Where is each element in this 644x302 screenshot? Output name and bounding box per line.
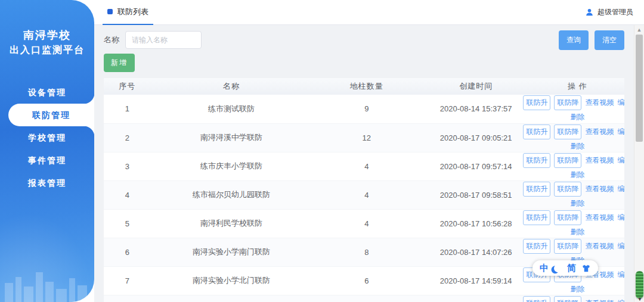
- app-title-line2: 出入口监测平台: [0, 43, 94, 57]
- main-area: 联防列表 超级管理员 名称 查询 清空 新增: [94, 0, 644, 302]
- view-video-link[interactable]: 查看视频: [585, 213, 614, 223]
- sidebar-item-report[interactable]: 报表管理: [0, 172, 94, 194]
- name-field-label: 名称: [104, 35, 119, 45]
- cell-created: 2020-08-17 14:07:26: [422, 238, 531, 266]
- view-video-link[interactable]: 查看视频: [585, 127, 614, 137]
- table-row: 5南浔利民学校联防42020-08-17 10:56:28联防升联防降查看视频编…: [104, 209, 624, 238]
- search-toolbar: 名称 查询 清空: [104, 31, 624, 49]
- edit-link[interactable]: 编辑: [617, 98, 624, 108]
- ime-moon-icon[interactable]: [554, 264, 562, 272]
- view-video-link[interactable]: 查看视频: [585, 241, 614, 251]
- raise-defense-button[interactable]: 联防升: [523, 95, 550, 110]
- cell-actions: 联防升联防降查看视频编辑删除: [531, 95, 624, 123]
- raise-defense-button[interactable]: 联防升: [523, 153, 550, 168]
- app-title: 南浔学校 出入口监测平台: [0, 27, 94, 57]
- cell-created: 2020-08-17 10:56:28: [422, 209, 531, 238]
- name-search-input[interactable]: [125, 31, 202, 49]
- vertical-scrollbar[interactable]: ▲ ▼: [634, 25, 644, 302]
- user-icon: [585, 8, 594, 17]
- cell-pillars: 12: [312, 123, 421, 152]
- scrollbar-bottom-widget[interactable]: [636, 271, 643, 298]
- ime-toolbar[interactable]: 中 简: [532, 260, 598, 276]
- cell-pillars: 9: [312, 95, 421, 123]
- column-header: 创建时间: [422, 78, 531, 95]
- cell-actions: 联防升联防降查看视频编辑删除: [531, 180, 624, 209]
- delete-link[interactable]: 删除: [570, 170, 584, 180]
- cell-name: 练市福尔贝幼儿园联防: [151, 180, 312, 209]
- ime-language-toggle[interactable]: 中: [540, 263, 549, 274]
- table-row: 1练市测试联防92020-08-14 15:37:57联防升联防降查看视频编辑删…: [104, 95, 624, 123]
- cell-created: 2020-08-17 09:05:21: [422, 123, 531, 152]
- cell-name: 南浔浔溪中学联防: [151, 123, 312, 152]
- lower-defense-button[interactable]: 联防降: [554, 124, 581, 139]
- lower-defense-button[interactable]: 联防降: [554, 210, 581, 225]
- table-row: 3练市庆丰小学联防42020-08-17 09:57:14联防升联防降查看视频编…: [104, 152, 624, 180]
- scrollbar-down-arrow[interactable]: ▼: [635, 296, 644, 302]
- lower-defense-button[interactable]: 联防降: [554, 153, 581, 168]
- search-button[interactable]: 查询: [559, 30, 589, 50]
- edit-link[interactable]: 编辑: [617, 155, 624, 166]
- raise-defense-button[interactable]: 联防升: [523, 239, 550, 254]
- ime-simplified-toggle[interactable]: 简: [567, 263, 576, 274]
- view-video-link[interactable]: 查看视频: [585, 184, 614, 194]
- cell-created: 2020-08-17 15:09:54: [422, 295, 531, 302]
- tab-label: 联防列表: [117, 7, 148, 17]
- edit-link[interactable]: 编辑: [617, 298, 624, 302]
- column-header: 操 作: [531, 78, 624, 95]
- delete-link[interactable]: 删除: [570, 284, 584, 294]
- cell-pillars: 4: [312, 209, 421, 238]
- user-name: 超级管理员: [597, 7, 633, 17]
- cell-index: 8: [104, 295, 151, 302]
- cell-pillars: 8: [312, 238, 421, 266]
- sidebar-menu: 设备管理联防管理学校管理事件管理报表管理: [0, 81, 94, 194]
- sidebar-item-school[interactable]: 学校管理: [0, 126, 94, 149]
- raise-defense-button[interactable]: 联防升: [523, 124, 550, 139]
- raise-defense-button[interactable]: 联防升: [523, 296, 550, 302]
- cell-name: 南浔实验小学南门联防: [151, 238, 312, 266]
- lower-defense-button[interactable]: 联防降: [554, 95, 581, 110]
- add-button[interactable]: 新增: [104, 54, 135, 72]
- lower-defense-button[interactable]: 联防降: [554, 239, 581, 254]
- sidebar-item-device[interactable]: 设备管理: [0, 81, 94, 104]
- cell-index: 5: [104, 209, 151, 238]
- clear-button[interactable]: 清空: [595, 30, 624, 50]
- table-header-row: 序号名称地柱数量创建时间操 作: [104, 78, 624, 95]
- cell-pillars: 6: [312, 266, 421, 295]
- sidebar: 南浔学校 出入口监测平台 设备管理联防管理学校管理事件管理报表管理: [0, 0, 94, 302]
- lower-defense-button[interactable]: 联防降: [554, 182, 581, 197]
- sidebar-item-joint-defense[interactable]: 联防管理: [8, 104, 94, 126]
- edit-link[interactable]: 编辑: [617, 213, 624, 223]
- delete-link[interactable]: 删除: [570, 112, 584, 122]
- column-header: 地柱数量: [312, 78, 421, 95]
- delete-link[interactable]: 删除: [570, 141, 584, 151]
- view-video-link[interactable]: 查看视频: [585, 155, 614, 166]
- ime-skin-icon[interactable]: [581, 264, 591, 272]
- edit-link[interactable]: 编辑: [617, 127, 624, 137]
- tab-bullet-icon: [107, 9, 113, 14]
- delete-link[interactable]: 删除: [570, 198, 584, 208]
- cell-actions: 联防升联防降查看视频编辑删除: [531, 152, 624, 180]
- column-header: 序号: [104, 78, 151, 95]
- cell-index: 7: [104, 266, 151, 295]
- edit-link[interactable]: 编辑: [617, 241, 624, 251]
- table-header: 序号名称地柱数量创建时间操 作: [104, 78, 624, 95]
- raise-defense-button[interactable]: 联防升: [523, 210, 550, 225]
- delete-link[interactable]: 删除: [570, 227, 584, 237]
- tab-joint-defense-list[interactable]: 联防列表: [103, 0, 153, 25]
- edit-link[interactable]: 编辑: [617, 184, 624, 194]
- cell-created: 2020-08-14 15:37:57: [422, 95, 531, 123]
- cell-index: 4: [104, 180, 151, 209]
- cell-name: 练市测试联防: [151, 95, 312, 123]
- view-video-link[interactable]: 查看视频: [585, 98, 614, 108]
- cell-index: 3: [104, 152, 151, 180]
- lower-defense-button[interactable]: 联防降: [554, 296, 581, 302]
- raise-defense-button[interactable]: 联防升: [523, 182, 550, 197]
- view-video-link[interactable]: 查看视频: [585, 298, 614, 302]
- scrollbar-up-arrow[interactable]: ▲: [634, 27, 644, 33]
- edit-link[interactable]: 编辑: [617, 270, 624, 280]
- cell-pillars: 4: [312, 152, 421, 180]
- table-row: 8南浔双林镇小学联防92020-08-17 15:09:54联防升联防降查看视频…: [104, 295, 624, 302]
- user-menu[interactable]: 超级管理员: [585, 7, 633, 17]
- sidebar-item-event[interactable]: 事件管理: [0, 149, 94, 172]
- scrollbar-thumb[interactable]: [636, 35, 643, 142]
